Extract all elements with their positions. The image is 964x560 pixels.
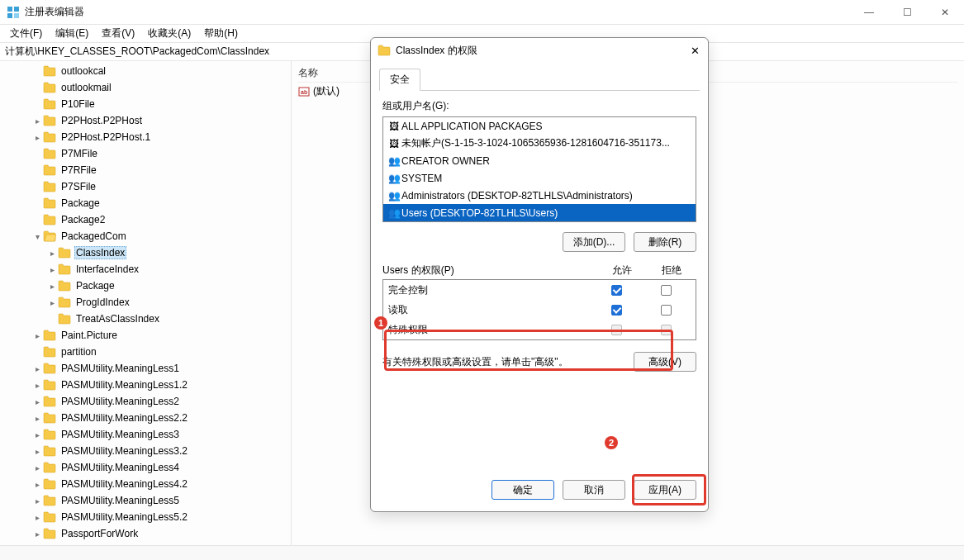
folder-icon — [43, 462, 56, 473]
tree-item-label: partition — [59, 346, 98, 358]
tree-item[interactable]: Package2 — [2, 211, 291, 228]
tree-item[interactable]: P7MFile — [2, 145, 291, 162]
tree-item[interactable]: ▸PASMUtility.MeaningLess2.2 — [2, 410, 291, 426]
folder-icon — [43, 528, 56, 539]
tree-item[interactable]: ▸PASMUtility.MeaningLess4 — [2, 459, 291, 476]
col-allow: 允许 — [597, 263, 647, 278]
folder-icon — [43, 412, 56, 424]
minimize-button[interactable]: — — [850, 0, 888, 25]
deny-checkbox — [661, 325, 672, 335]
chevron-icon[interactable]: ▸ — [31, 364, 43, 373]
user-row[interactable]: 👥Administrators (DESKTOP-82TLHLS\Adminis… — [383, 187, 696, 204]
chevron-icon[interactable]: ▸ — [31, 463, 43, 472]
tree-item[interactable]: ▸Package — [2, 278, 291, 294]
add-button[interactable]: 添加(D)... — [563, 232, 625, 252]
window-title: 注册表编辑器 — [25, 5, 84, 19]
chevron-icon[interactable]: ▸ — [31, 447, 43, 456]
chevron-icon[interactable]: ▸ — [31, 133, 43, 142]
menu-view[interactable]: 查看(V) — [95, 25, 141, 42]
tree-item[interactable]: TreatAsClassIndex — [2, 311, 291, 327]
user-row[interactable]: 👥CREATOR OWNER — [383, 152, 696, 169]
menu-file[interactable]: 文件(F) — [3, 25, 49, 42]
tree-item[interactable]: ▾PackagedCom — [2, 228, 291, 244]
folder-icon — [43, 98, 56, 110]
user-name: CREATOR OWNER — [401, 155, 490, 167]
chevron-icon[interactable]: ▸ — [31, 116, 43, 126]
chevron-icon[interactable]: ▸ — [46, 265, 58, 274]
tree-item-label: PASMUtility.MeaningLess4 — [59, 462, 181, 473]
perm-label: Users 的权限(P) — [382, 263, 597, 278]
menu-help[interactable]: 帮助(H) — [197, 25, 245, 42]
chevron-icon[interactable]: ▸ — [31, 331, 43, 340]
tree-item[interactable]: ▸PASMUtility.MeaningLess1 — [2, 360, 291, 377]
chevron-icon[interactable]: ▸ — [46, 282, 58, 291]
advanced-button[interactable]: 高级(V) — [634, 352, 696, 372]
user-name: 未知帐户(S-1-15-3-1024-1065365936-1281604716… — [401, 136, 670, 150]
chevron-icon[interactable]: ▸ — [31, 397, 43, 406]
user-list[interactable]: 🖼ALL APPLICATION PACKAGES🖼未知帐户(S-1-15-3-… — [382, 116, 696, 222]
tree-item[interactable]: ▸PASMUtility.MeaningLess3 — [2, 426, 291, 443]
chevron-icon[interactable]: ▸ — [31, 496, 43, 505]
tree-item[interactable]: ▸PASMUtility.MeaningLess4.2 — [2, 476, 291, 492]
close-button[interactable]: ✕ — [926, 0, 964, 25]
tree-item-label: P2PHost.P2PHost.1 — [59, 131, 152, 143]
chevron-icon[interactable]: ▸ — [31, 480, 43, 489]
tree-item[interactable]: Package — [2, 195, 291, 211]
maximize-button[interactable]: ☐ — [888, 0, 926, 25]
folder-icon — [43, 495, 56, 506]
tree-item-label: ProgIdIndex — [74, 297, 131, 308]
advanced-text: 有关特殊权限或高级设置，请单击"高级"。 — [382, 355, 634, 369]
remove-button[interactable]: 删除(R) — [634, 232, 696, 252]
deny-checkbox[interactable] — [661, 285, 672, 296]
tab-security[interactable]: 安全 — [379, 69, 420, 91]
tree-item[interactable]: ▸PASMUtility.MeaningLess5.2 — [2, 509, 291, 525]
tree-item[interactable]: ▸InterfaceIndex — [2, 261, 291, 278]
perm-name: 特殊权限 — [388, 323, 591, 337]
chevron-icon[interactable]: ▾ — [31, 232, 43, 241]
tree-item[interactable]: ▸PASMUtility.MeaningLess2 — [2, 393, 291, 410]
allow-checkbox[interactable] — [611, 305, 622, 316]
menu-edit[interactable]: 编辑(E) — [49, 25, 95, 42]
tree-item[interactable]: outlookmail — [2, 79, 291, 96]
allow-checkbox[interactable] — [611, 285, 622, 296]
tree-item-label: Package — [74, 280, 116, 292]
tree-item[interactable]: ▸ClassIndex — [2, 244, 291, 261]
folder-icon — [43, 82, 56, 93]
tree-item[interactable]: partition — [2, 344, 291, 360]
user-row[interactable]: 👥SYSTEM — [383, 169, 696, 187]
tree-item[interactable]: P7RFile — [2, 162, 291, 178]
chevron-icon[interactable]: ▸ — [31, 430, 43, 439]
chevron-icon[interactable]: ▸ — [31, 529, 43, 539]
folder-icon — [43, 478, 56, 490]
user-row[interactable]: 🖼ALL APPLICATION PACKAGES — [383, 117, 696, 135]
tree-item[interactable]: ▸P2PHost.P2PHost — [2, 112, 291, 129]
chevron-icon[interactable]: ▸ — [46, 298, 58, 307]
tree-item[interactable]: ▸ProgIdIndex — [2, 294, 291, 311]
tree-item[interactable]: P7SFile — [2, 178, 291, 195]
tree-item[interactable]: ▸PASMUtility.MeaningLess1.2 — [2, 377, 291, 393]
menu-fav[interactable]: 收藏夹(A) — [141, 25, 197, 42]
tree-item[interactable]: ▸PassportForWork — [2, 525, 291, 542]
chevron-icon[interactable]: ▸ — [46, 249, 58, 258]
tree-item[interactable]: P10File — [2, 96, 291, 112]
tree-item-label: Paint.Picture — [59, 330, 119, 341]
cancel-button[interactable]: 取消 — [563, 480, 625, 500]
apply-button[interactable]: 应用(A) — [634, 480, 696, 500]
default-value-name: (默认) — [313, 84, 340, 98]
tree-item[interactable]: outlookcal — [2, 63, 291, 79]
chevron-icon[interactable]: ▸ — [31, 414, 43, 423]
tree-item[interactable]: ▸PASMUtility.MeaningLess5 — [2, 492, 291, 509]
tree-item[interactable]: ▸Paint.Picture — [2, 327, 291, 344]
tree-item-label: PASMUtility.MeaningLess3 — [59, 429, 181, 440]
chevron-icon[interactable]: ▸ — [31, 381, 43, 390]
tree-item[interactable]: ▸PASMUtility.MeaningLess3.2 — [2, 443, 291, 459]
tree-item[interactable]: ▸P2PHost.P2PHost.1 — [2, 129, 291, 145]
tree-pane[interactable]: outlookcaloutlookmailP10File▸P2PHost.P2P… — [0, 61, 292, 545]
col-deny: 拒绝 — [647, 263, 696, 278]
deny-checkbox[interactable] — [661, 305, 672, 316]
user-row[interactable]: 🖼未知帐户(S-1-15-3-1024-1065365936-128160471… — [383, 135, 696, 152]
dialog-close-button[interactable]: ✕ — [686, 45, 703, 57]
ok-button[interactable]: 确定 — [491, 480, 554, 500]
user-row[interactable]: 👥Users (DESKTOP-82TLHLS\Users) — [383, 204, 696, 221]
chevron-icon[interactable]: ▸ — [31, 513, 43, 522]
